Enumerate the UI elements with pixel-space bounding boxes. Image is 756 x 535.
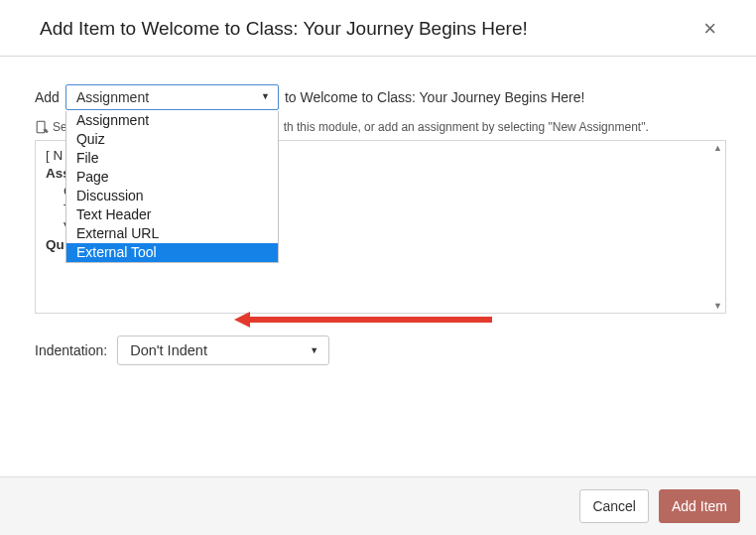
annotation-arrow — [234, 312, 492, 328]
scroll-up-icon[interactable]: ▲ — [713, 143, 722, 153]
opt-assignment[interactable]: Assignment — [66, 111, 278, 130]
opt-quiz[interactable]: Quiz — [66, 130, 278, 149]
svg-rect-0 — [37, 121, 45, 132]
opt-external-url[interactable]: External URL — [66, 224, 278, 243]
indentation-label: Indentation: — [35, 342, 107, 358]
add-trailing-text: to Welcome to Class: Your Journey Begins… — [285, 89, 584, 105]
opt-text-header[interactable]: Text Header — [66, 205, 278, 224]
indentation-select[interactable]: Don't Indent — [117, 335, 329, 365]
item-type-select[interactable]: Assignment — [65, 84, 279, 110]
add-label: Add — [35, 89, 60, 105]
item-type-dropdown[interactable]: Assignment Quiz File Page Discussion Tex… — [65, 111, 279, 263]
opt-page[interactable]: Page — [66, 168, 278, 187]
assignment-icon — [35, 120, 49, 134]
modal-title: Add Item to Welcome to Class: Your Journ… — [40, 18, 528, 40]
close-icon[interactable]: × — [703, 18, 716, 40]
add-item-button[interactable]: Add Item — [659, 489, 740, 523]
cancel-button[interactable]: Cancel — [579, 489, 649, 523]
opt-discussion[interactable]: Discussion — [66, 187, 278, 205]
scroll-down-icon[interactable]: ▼ — [713, 301, 722, 311]
opt-external-tool[interactable]: External Tool — [66, 243, 278, 262]
opt-file[interactable]: File — [66, 149, 278, 168]
hint-rest: th this module, or add an assignment by … — [284, 120, 649, 134]
